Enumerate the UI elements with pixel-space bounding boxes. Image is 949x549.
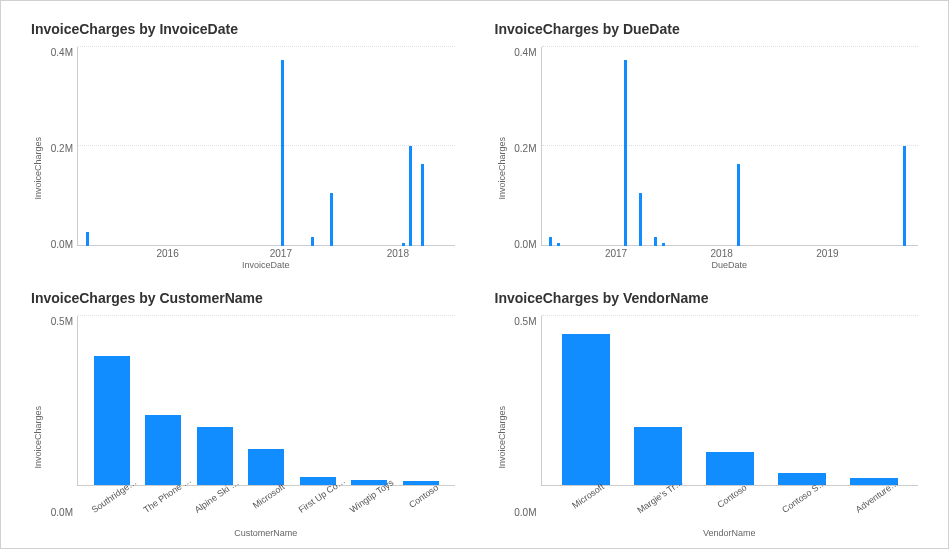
y-axis-ticks: 0.4M 0.2M 0.0M xyxy=(43,47,77,270)
x-axis: Southridge…The Phone …Alpine Ski …Micros… xyxy=(77,486,455,534)
plot-area xyxy=(77,47,455,246)
x-tick: 2018 xyxy=(711,248,733,259)
y-axis-label: InvoiceCharges xyxy=(31,316,43,539)
data-bar[interactable] xyxy=(197,427,233,486)
x-tick: 2017 xyxy=(270,248,292,259)
data-bar[interactable] xyxy=(903,146,906,245)
x-axis: 201620172018 xyxy=(77,246,455,266)
plot-area xyxy=(77,316,455,487)
chart-title: InvoiceCharges by DueDate xyxy=(495,21,919,37)
chart-title: InvoiceCharges by VendorName xyxy=(495,290,919,306)
y-axis-label: InvoiceCharges xyxy=(495,47,507,270)
y-axis-ticks: 0.5M 0.0M xyxy=(43,316,77,539)
chart-invoicecharges-by-invoicedate[interactable]: InvoiceCharges by InvoiceDate InvoiceCha… xyxy=(31,21,455,270)
y-axis-label: InvoiceCharges xyxy=(495,316,507,539)
data-bar[interactable] xyxy=(145,415,181,486)
data-bar[interactable] xyxy=(281,60,284,245)
data-bar[interactable] xyxy=(639,193,642,246)
data-bar[interactable] xyxy=(94,356,130,486)
y-axis-label: InvoiceCharges xyxy=(31,47,43,270)
data-bar[interactable] xyxy=(86,232,89,245)
data-bar[interactable] xyxy=(311,237,314,246)
chart-title: InvoiceCharges by CustomerName xyxy=(31,290,455,306)
chart-title: InvoiceCharges by InvoiceDate xyxy=(31,21,455,37)
dashboard-canvas: InvoiceCharges by InvoiceDate InvoiceCha… xyxy=(0,0,949,549)
x-tick: 2016 xyxy=(156,248,178,259)
chart-invoicecharges-by-customername[interactable]: InvoiceCharges by CustomerName InvoiceCh… xyxy=(31,290,455,539)
data-bar[interactable] xyxy=(330,193,333,246)
plot-area xyxy=(541,47,919,246)
y-axis-ticks: 0.4M 0.2M 0.0M xyxy=(507,47,541,270)
x-axis: 201720182019 xyxy=(541,246,919,266)
data-bar[interactable] xyxy=(549,237,552,246)
plot-area xyxy=(541,316,919,487)
data-bar[interactable] xyxy=(248,449,284,486)
data-bar[interactable] xyxy=(421,164,424,246)
chart-invoicecharges-by-vendorname[interactable]: InvoiceCharges by VendorName InvoiceChar… xyxy=(495,290,919,539)
data-bar[interactable] xyxy=(654,237,657,246)
data-bar[interactable] xyxy=(737,164,740,246)
x-axis: MicrosoftMargie's Tr…ContosoContoso S…Ad… xyxy=(541,486,919,534)
data-bar[interactable] xyxy=(562,334,610,486)
data-bar[interactable] xyxy=(409,146,412,245)
x-tick: 2017 xyxy=(605,248,627,259)
chart-invoicecharges-by-duedate[interactable]: InvoiceCharges by DueDate InvoiceCharges… xyxy=(495,21,919,270)
x-tick: 2018 xyxy=(387,248,409,259)
x-tick: 2019 xyxy=(816,248,838,259)
y-axis-ticks: 0.5M 0.0M xyxy=(507,316,541,539)
data-bar[interactable] xyxy=(634,427,682,486)
data-bar[interactable] xyxy=(624,60,627,245)
